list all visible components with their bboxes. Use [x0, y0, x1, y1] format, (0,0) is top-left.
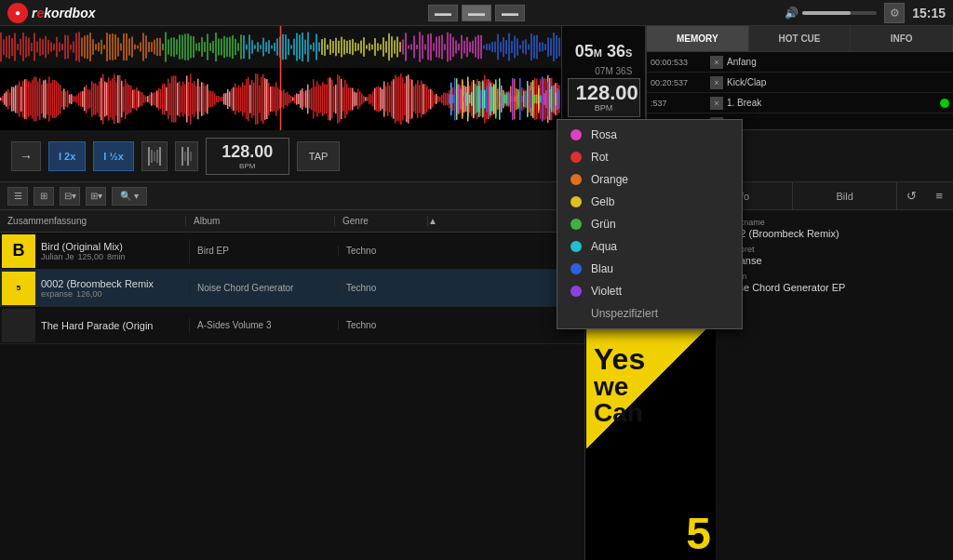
svg-rect-338: [249, 85, 251, 113]
svg-rect-204: [0, 98, 2, 100]
column-settings-btn[interactable]: ⊟▾: [60, 187, 80, 206]
svg-rect-230: [48, 76, 50, 121]
svg-rect-262: [108, 77, 110, 121]
svg-rect-386: [339, 76, 341, 123]
album-art-we: we: [594, 374, 628, 400]
color-item-orange[interactable]: Orange: [557, 168, 742, 191]
svg-rect-269: [121, 81, 123, 117]
svg-rect-515: [467, 77, 469, 122]
svg-rect-251: [87, 89, 89, 109]
svg-rect-105: [290, 46, 292, 49]
svg-rect-19: [50, 42, 52, 51]
track-row-0[interactable]: B Bird (Original Mix) Julian Je 125,00 8…: [0, 233, 584, 270]
settings-button[interactable]: ⚙: [884, 3, 905, 23]
svg-rect-49: [134, 45, 136, 50]
svg-rect-168: [466, 37, 468, 57]
detail-menu-button[interactable]: ≡: [925, 182, 953, 209]
color-item-rosa[interactable]: Rosa: [557, 124, 742, 146]
track-settings-btn[interactable]: ⊞▾: [86, 187, 106, 206]
svg-rect-197: [547, 37, 549, 57]
svg-rect-311: [199, 87, 201, 112]
svg-rect-350: [272, 87, 274, 113]
refresh-button[interactable]: ↺: [897, 182, 925, 209]
svg-rect-334: [242, 82, 244, 115]
hot-cue-btn[interactable]: HOT CUE: [749, 26, 852, 51]
svg-rect-562: [555, 93, 557, 106]
svg-rect-264: [112, 78, 114, 119]
svg-rect-29: [78, 32, 80, 61]
list-view-btn[interactable]: ☰: [7, 187, 28, 206]
svg-rect-143: [396, 36, 398, 57]
svg-rect-108: [299, 34, 301, 59]
beat-grid-button-1[interactable]: [141, 141, 168, 171]
svg-rect-508: [454, 78, 456, 121]
svg-rect-79: [218, 38, 220, 55]
view-btn-2[interactable]: ▬▬: [462, 5, 491, 21]
loop-half-button[interactable]: I ½x: [93, 141, 133, 171]
track-row-2[interactable]: The Hard Parade (Origin A-Sides Volume 3…: [0, 307, 584, 344]
trackname-field: Trackname 0002 (Broombeck Remix): [723, 218, 946, 239]
svg-rect-201: [558, 38, 560, 57]
svg-rect-9: [22, 33, 24, 60]
time-display: 05M 36S 07M 36S: [575, 39, 633, 78]
time-current: 05M 36S: [575, 39, 633, 64]
color-item-aqua[interactable]: Aqua: [557, 235, 742, 258]
svg-rect-265: [114, 74, 115, 125]
svg-rect-210: [11, 87, 13, 112]
memory-buttons: MEMORY HOT CUE INFO: [647, 26, 953, 52]
svg-rect-188: [522, 41, 524, 54]
view-btn-3[interactable]: ▬▬: [495, 5, 525, 21]
svg-rect-119: [329, 39, 331, 55]
svg-rect-192: [533, 35, 535, 59]
color-item-rot[interactable]: Rot: [557, 146, 742, 168]
svg-rect-151: [419, 32, 421, 61]
svg-rect-252: [89, 90, 91, 109]
color-item-blau[interactable]: Blau: [557, 258, 742, 280]
svg-rect-91: [251, 40, 253, 53]
svg-rect-137: [380, 44, 382, 49]
cue-delete-0[interactable]: ×: [710, 56, 723, 69]
waveform-left: // Generate waveform via JS after render: [0, 26, 562, 129]
cue-delete-1[interactable]: ×: [710, 76, 723, 89]
svg-rect-83: [229, 37, 231, 58]
svg-rect-509: [456, 78, 458, 120]
color-item-violett[interactable]: Violett: [557, 280, 742, 302]
color-item-unspecified[interactable]: Unspezifiziert: [557, 302, 742, 325]
svg-rect-319: [214, 93, 216, 104]
info-btn[interactable]: INFO: [851, 26, 953, 51]
svg-rect-309: [195, 87, 197, 113]
view-btn-1[interactable]: ▬▬: [428, 5, 458, 21]
svg-rect-405: [374, 88, 376, 111]
track-row-1[interactable]: 5 0002 (Broombeck Remix expanse 126,00 N…: [0, 270, 584, 307]
svg-rect-367: [303, 91, 305, 106]
svg-rect-161: [447, 33, 449, 62]
beat-grid-button-2[interactable]: [175, 141, 198, 171]
memory-btn[interactable]: MEMORY: [647, 26, 749, 51]
grid-view-btn[interactable]: ⊞: [34, 187, 54, 206]
svg-rect-439: [437, 96, 439, 102]
loop-2x-button[interactable]: I 2x: [48, 141, 86, 171]
search-button[interactable]: 🔍 ▾: [112, 187, 147, 206]
mini-waveform[interactable]: // Generate waveform via JS after render: [0, 26, 561, 68]
svg-rect-82: [226, 37, 228, 57]
svg-rect-392: [350, 87, 352, 111]
tab-bild[interactable]: Bild: [793, 182, 897, 209]
svg-rect-520: [476, 86, 478, 112]
svg-rect-136: [377, 43, 379, 50]
svg-rect-438: [436, 94, 437, 104]
svg-rect-549: [530, 90, 532, 108]
volume-slider[interactable]: [802, 11, 877, 15]
svg-rect-138: [383, 37, 384, 57]
tap-button[interactable]: TAP: [297, 141, 341, 171]
cue-delete-2[interactable]: ×: [710, 97, 723, 110]
svg-rect-73: [201, 37, 203, 57]
color-item-gruen[interactable]: Grün: [557, 213, 742, 235]
svg-rect-4: [8, 35, 10, 59]
color-item-gelb[interactable]: Gelb: [557, 191, 742, 213]
col-header-genre: Genre: [335, 216, 428, 226]
main-waveform[interactable]: [0, 68, 561, 130]
svg-rect-559: [549, 89, 551, 109]
svg-rect-115: [318, 43, 320, 52]
svg-rect-64: [176, 39, 178, 54]
arrow-button[interactable]: →: [11, 141, 41, 171]
